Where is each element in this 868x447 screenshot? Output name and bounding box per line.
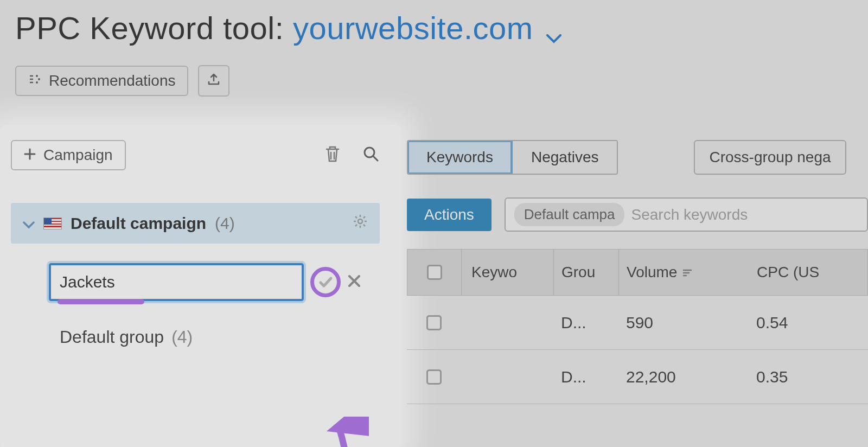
sort-icon — [682, 264, 692, 281]
campaign-row[interactable]: Default campaign (4) — [11, 203, 380, 244]
col-group[interactable]: Grou — [554, 250, 619, 295]
table-header: Keywo Grou Volume CPC (US — [407, 249, 868, 296]
svg-point-2 — [36, 81, 38, 84]
group-name-value: Jackets — [60, 273, 115, 291]
sidebar-top-row: Campaign — [11, 140, 380, 170]
svg-point-1 — [38, 78, 40, 80]
cell-group: D... — [553, 314, 618, 332]
trash-icon[interactable] — [324, 145, 341, 165]
cancel-group-button[interactable] — [347, 274, 361, 290]
gear-icon[interactable] — [353, 214, 368, 233]
campaign-name: Default campaign — [71, 214, 206, 233]
check-icon — [317, 274, 334, 290]
content-panel: Keywords Negatives Cross-group nega Acti… — [391, 129, 868, 404]
row-checkbox[interactable] — [426, 315, 442, 330]
confirm-group-button[interactable] — [310, 267, 341, 297]
title-prefix: PPC Keyword tool: — [15, 10, 284, 46]
keywords-table: Keywo Grou Volume CPC (US D... 590 0.54 — [407, 249, 868, 404]
add-campaign-label: Campaign — [43, 146, 113, 164]
cell-group: D... — [553, 368, 618, 386]
default-group-name: Default group — [60, 327, 164, 347]
keyword-tabs: Keywords Negatives — [407, 140, 618, 175]
add-campaign-button[interactable]: Campaign — [11, 140, 126, 170]
page-header: PPC Keyword tool: yourwebsite.com Recomm… — [0, 0, 868, 97]
group-name-input[interactable]: Jackets — [49, 263, 304, 301]
toolbar: Recommendations — [15, 65, 853, 97]
search-icon[interactable] — [362, 145, 380, 165]
search-placeholder: Search keywords — [631, 206, 748, 224]
campaign-count: (4) — [215, 214, 235, 233]
col-volume[interactable]: Volume — [619, 250, 749, 295]
cell-volume: 590 — [618, 314, 749, 332]
recommendations-label: Recommendations — [49, 72, 175, 90]
svg-point-0 — [36, 75, 38, 77]
cell-volume: 22,200 — [618, 368, 749, 386]
table-row: D... 590 0.54 — [407, 296, 868, 350]
domain-selector[interactable]: yourwebsite.com — [293, 10, 561, 46]
chevron-down-icon — [546, 15, 561, 51]
svg-point-4 — [358, 219, 362, 224]
campaign-sidebar: Campaign Default campaign (4) — [0, 129, 391, 404]
default-group-count: (4) — [171, 327, 193, 347]
export-button[interactable] — [198, 65, 229, 97]
us-flag-icon — [43, 218, 62, 229]
tab-negatives[interactable]: Negatives — [513, 141, 617, 174]
default-group-row[interactable]: Default group (4) — [11, 327, 380, 347]
filter-chip[interactable]: Default campa — [514, 203, 625, 226]
recommendations-icon — [28, 72, 41, 90]
table-row: D... 22,200 0.35 — [407, 350, 868, 404]
actions-button[interactable]: Actions — [407, 199, 492, 231]
recommendations-button[interactable]: Recommendations — [15, 66, 188, 96]
export-icon — [207, 73, 221, 89]
col-keyword[interactable]: Keywo — [462, 250, 554, 295]
select-all-checkbox[interactable] — [427, 265, 442, 280]
cell-cpc: 0.35 — [749, 368, 868, 386]
col-cpc[interactable]: CPC (US — [749, 250, 867, 295]
keyword-search-box[interactable]: Default campa Search keywords — [505, 197, 868, 232]
plus-icon — [24, 146, 36, 164]
main-area: Campaign Default campaign (4) — [0, 129, 868, 404]
row-checkbox[interactable] — [426, 369, 442, 385]
actions-row: Actions Default campa Search keywords — [407, 197, 868, 232]
domain-text: yourwebsite.com — [293, 10, 533, 46]
tab-keywords[interactable]: Keywords — [408, 141, 513, 174]
group-edit-row: Jackets — [11, 263, 380, 301]
cross-group-negatives-button[interactable]: Cross-group nega — [694, 140, 846, 175]
chevron-down-icon — [23, 214, 35, 233]
cell-cpc: 0.54 — [749, 314, 868, 332]
page-title: PPC Keyword tool: yourwebsite.com — [15, 10, 853, 49]
tabs-row: Keywords Negatives Cross-group nega — [407, 140, 868, 175]
